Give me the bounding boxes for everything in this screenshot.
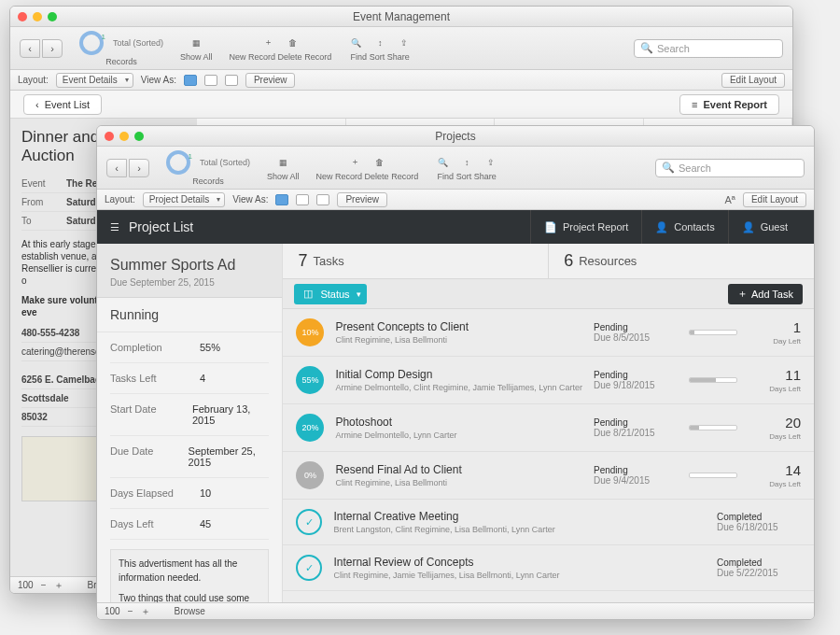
days-left: 20Days Left bbox=[752, 416, 801, 441]
view-form-button[interactable] bbox=[184, 75, 197, 86]
find-icon[interactable]: 🔍 bbox=[348, 35, 363, 50]
zoom-in-button[interactable]: ＋ bbox=[141, 605, 150, 618]
view-form-button[interactable] bbox=[275, 194, 288, 205]
list-icon: ☰ bbox=[110, 221, 119, 233]
task-title: Photoshoot bbox=[335, 416, 582, 429]
show-all-icon[interactable]: ▦ bbox=[275, 155, 290, 170]
records-donut-icon: 1 bbox=[166, 150, 190, 175]
task-row[interactable]: 55%Initial Comp DesignArmine Delmontello… bbox=[283, 357, 814, 404]
search-icon: 🔍 bbox=[640, 42, 653, 54]
nav-back-button[interactable]: ‹ bbox=[106, 159, 127, 177]
delete-record-icon[interactable]: 🗑 bbox=[371, 155, 386, 170]
layout-select[interactable]: Project Details bbox=[143, 192, 225, 207]
sort-icon[interactable]: ↕ bbox=[459, 155, 474, 170]
task-status: PendingDue 9/4/2015 bbox=[594, 465, 678, 486]
view-list-button[interactable] bbox=[296, 194, 309, 205]
list-icon: ≡ bbox=[692, 99, 697, 110]
zoom-out-button[interactable]: − bbox=[128, 606, 133, 616]
view-list-button[interactable] bbox=[204, 75, 217, 86]
contacts-button[interactable]: 👤Contacts bbox=[641, 210, 727, 244]
sort-icon[interactable]: ↕ bbox=[372, 35, 387, 50]
plus-icon: ＋ bbox=[737, 287, 748, 301]
project-report-button[interactable]: 📄Project Report bbox=[530, 210, 641, 244]
project-name: Summer Sports Ad bbox=[110, 257, 269, 274]
stat-value: 55% bbox=[200, 342, 220, 353]
chevron-left-icon: ‹ bbox=[35, 99, 39, 110]
tasks-count[interactable]: 7Tasks bbox=[283, 244, 548, 278]
project-sidebar: Summer Sports Ad Due September 25, 2015 … bbox=[97, 244, 283, 619]
edit-layout-button[interactable]: Edit Layout bbox=[743, 192, 806, 207]
zoom-out-button[interactable]: − bbox=[41, 580, 47, 590]
task-status: CompletedDue 6/18/2015 bbox=[717, 512, 801, 532]
task-row[interactable]: ✓Internal Review of ConceptsClint Regimi… bbox=[283, 545, 814, 591]
add-task-button[interactable]: ＋Add Task bbox=[728, 284, 803, 304]
layout-bar: Layout: Event Details View As: Preview E… bbox=[10, 70, 792, 91]
task-row[interactable]: ✓Internal Creative MeetingBrent Langston… bbox=[283, 500, 814, 545]
search-input[interactable]: 🔍Search bbox=[634, 39, 783, 58]
stat-label: Days Elapsed bbox=[110, 487, 200, 499]
event-report-button[interactable]: ≡Event Report bbox=[679, 94, 779, 115]
toolbar: ‹ › 1 Total (Sorted) Records ▦Show All ＋… bbox=[97, 147, 814, 190]
stat-value: 4 bbox=[200, 373, 205, 384]
stat-value: 45 bbox=[200, 518, 211, 529]
progress-bar bbox=[689, 425, 741, 430]
progress-bar bbox=[689, 330, 741, 335]
preview-button[interactable]: Preview bbox=[337, 192, 387, 207]
records-donut-icon: 1 bbox=[79, 31, 104, 55]
progress-bar bbox=[689, 473, 741, 478]
stat-row: Days Left45 bbox=[110, 509, 269, 540]
resources-count[interactable]: 6Resources bbox=[548, 244, 814, 278]
titlebar[interactable]: Event Management bbox=[10, 7, 792, 27]
task-assignees: Clint Regimine, Lisa Bellmonti bbox=[335, 478, 582, 487]
progress-badge: 10% bbox=[296, 318, 324, 346]
task-assignees: Armine Delmontello, Clint Regimine, Jami… bbox=[335, 383, 582, 392]
task-status: PendingDue 8/21/2015 bbox=[594, 417, 678, 438]
show-all-icon[interactable]: ▦ bbox=[189, 35, 203, 50]
new-record-icon[interactable]: ＋ bbox=[260, 35, 275, 50]
nav-forward-button[interactable]: › bbox=[129, 159, 149, 177]
task-assignees: Armine Delmontello, Lynn Carter bbox=[335, 430, 582, 440]
task-assignees: Brent Langston, Clint Regimine, Lisa Bel… bbox=[333, 525, 706, 534]
task-status: PendingDue 9/18/2015 bbox=[594, 370, 678, 390]
guest-button[interactable]: 👤Guest bbox=[728, 210, 801, 244]
stat-row: Tasks Left4 bbox=[110, 363, 269, 394]
stat-value: 10 bbox=[200, 487, 211, 499]
search-input[interactable]: 🔍Search bbox=[655, 159, 805, 177]
task-status: PendingDue 8/5/2015 bbox=[594, 322, 678, 343]
stat-row: Completion55% bbox=[110, 332, 269, 363]
chart-icon: ◫ bbox=[303, 288, 313, 300]
edit-layout-button[interactable]: Edit Layout bbox=[721, 73, 785, 88]
nav-back-button[interactable]: ‹ bbox=[20, 39, 40, 58]
find-icon[interactable]: 🔍 bbox=[435, 155, 450, 170]
stat-label: Tasks Left bbox=[110, 373, 200, 384]
new-record-icon[interactable]: ＋ bbox=[347, 155, 362, 170]
share-icon[interactable]: ⇪ bbox=[397, 35, 412, 50]
view-table-button[interactable] bbox=[225, 75, 238, 86]
project-status: Running bbox=[97, 298, 282, 332]
status-filter-select[interactable]: ◫Status bbox=[294, 284, 366, 304]
view-table-button[interactable] bbox=[316, 194, 329, 205]
task-title: Resend Final Ad to Client bbox=[335, 463, 582, 476]
delete-record-icon[interactable]: 🗑 bbox=[285, 35, 300, 50]
progress-badge: 55% bbox=[296, 366, 324, 394]
dark-header: ☰ Project List 📄Project Report 👤Contacts… bbox=[97, 210, 814, 244]
task-assignees: Clint Regimine, Lisa Bellmonti bbox=[335, 335, 582, 345]
text-format-icon[interactable]: Aª bbox=[725, 194, 735, 205]
task-row[interactable]: 10%Present Concepts to ClientClint Regim… bbox=[283, 309, 814, 357]
back-event-list-button[interactable]: ‹Event List bbox=[23, 94, 102, 115]
search-icon: 🔍 bbox=[662, 162, 675, 174]
check-icon: ✓ bbox=[296, 509, 322, 535]
zoom-in-button[interactable]: ＋ bbox=[54, 579, 63, 592]
stat-row: Days Elapsed10 bbox=[110, 478, 269, 509]
task-row[interactable]: 20%PhotoshootArmine Delmontello, Lynn Ca… bbox=[283, 404, 814, 452]
titlebar[interactable]: Projects bbox=[97, 126, 814, 147]
preview-button[interactable]: Preview bbox=[245, 73, 296, 88]
nav-forward-button[interactable]: › bbox=[42, 39, 63, 58]
layout-select[interactable]: Event Details bbox=[56, 73, 133, 88]
stat-label: Start Date bbox=[110, 403, 192, 426]
share-icon[interactable]: ⇪ bbox=[483, 155, 498, 170]
task-title: Internal Review of Concepts bbox=[333, 556, 706, 569]
task-title: Internal Creative Meeting bbox=[333, 510, 706, 523]
window-title: Projects bbox=[97, 130, 814, 143]
task-row[interactable]: 0%Resend Final Ad to ClientClint Regimin… bbox=[283, 452, 814, 500]
